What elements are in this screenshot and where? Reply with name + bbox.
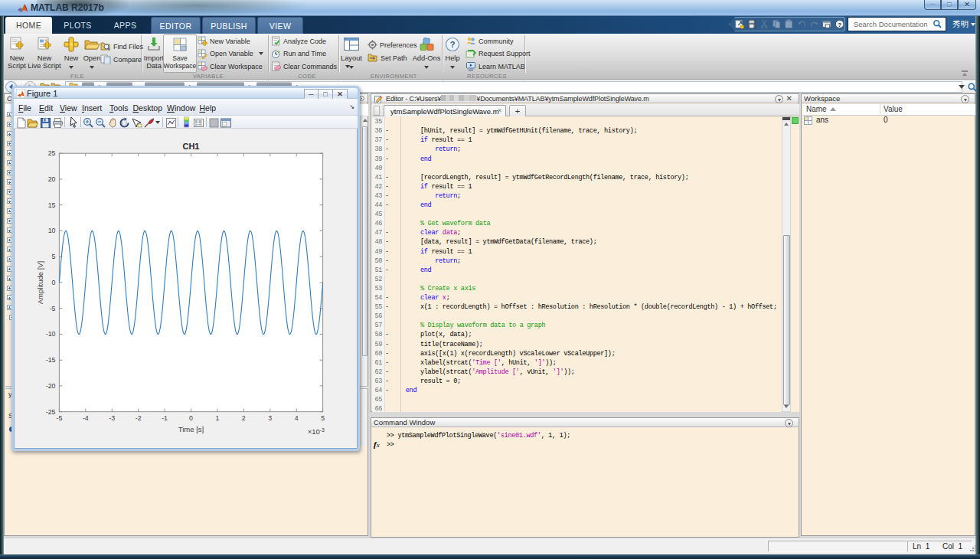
svg-text:?: ? bbox=[838, 21, 841, 28]
svg-text:Time [s]: Time [s] bbox=[178, 425, 204, 433]
svg-text:0: 0 bbox=[52, 279, 56, 286]
svg-text:-2: -2 bbox=[136, 414, 142, 422]
svg-text:-10: -10 bbox=[46, 330, 56, 338]
svg-text:-1: -1 bbox=[162, 414, 168, 422]
svg-text:-15: -15 bbox=[46, 356, 56, 364]
svg-text:-20: -20 bbox=[46, 382, 56, 390]
svg-text:?: ? bbox=[450, 40, 456, 49]
svg-text:1: 1 bbox=[215, 414, 219, 422]
svg-text:-4: -4 bbox=[83, 414, 89, 422]
svg-text:10: 10 bbox=[48, 227, 56, 234]
svg-text:-3: -3 bbox=[109, 414, 115, 422]
svg-text:CH1: CH1 bbox=[182, 142, 199, 151]
svg-text:-5: -5 bbox=[50, 305, 56, 312]
svg-text:×10-3: ×10-3 bbox=[308, 427, 325, 436]
svg-text:20: 20 bbox=[48, 175, 56, 183]
svg-text:3: 3 bbox=[268, 414, 272, 422]
svg-text:15: 15 bbox=[48, 201, 56, 209]
svg-text:2: 2 bbox=[242, 414, 246, 422]
svg-text:5: 5 bbox=[52, 253, 56, 260]
svg-text:-5: -5 bbox=[56, 414, 62, 422]
svg-text:5: 5 bbox=[321, 414, 325, 422]
svg-text:25: 25 bbox=[48, 149, 56, 157]
svg-text:4: 4 bbox=[295, 414, 299, 422]
svg-text:Amplitude [V]: Amplitude [V] bbox=[36, 261, 44, 305]
svg-text:0: 0 bbox=[189, 414, 193, 422]
svg-text:-25: -25 bbox=[46, 408, 56, 416]
